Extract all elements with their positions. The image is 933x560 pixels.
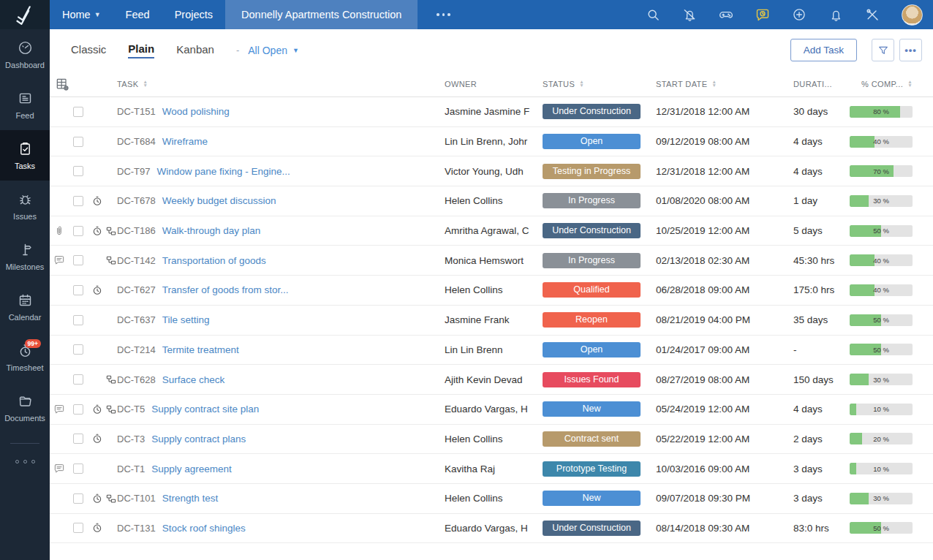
task-title-link[interactable]: Tile setting xyxy=(162,314,210,325)
status-badge[interactable]: Issues Found xyxy=(543,372,641,387)
row-checkbox[interactable] xyxy=(73,137,83,147)
status-badge[interactable]: Under Construction xyxy=(543,223,641,238)
row-checkbox[interactable] xyxy=(73,196,83,206)
status-badge[interactable]: Prototype Testing xyxy=(543,461,641,477)
task-title-link[interactable]: Supply contract site plan xyxy=(151,404,259,415)
bell-icon[interactable] xyxy=(828,7,843,22)
comment-icon[interactable] xyxy=(53,463,65,474)
row-checkbox[interactable] xyxy=(73,166,83,176)
table-row[interactable]: DC-T637Tile setting Jasmine Frank Reopen… xyxy=(50,306,933,336)
column-header-percent-complete[interactable]: % COMP...▲▼ xyxy=(850,80,933,88)
more-projects-icon[interactable] xyxy=(418,0,469,29)
column-header-start-date[interactable]: START DATE▲▼ xyxy=(656,80,793,88)
setup-tools-icon[interactable] xyxy=(865,7,880,22)
task-title-link[interactable]: Transfer of goods from stor... xyxy=(162,284,289,295)
task-title-link[interactable]: Window pane fixing - Engine... xyxy=(157,166,290,177)
sidebar-more-icon[interactable] xyxy=(0,460,50,463)
table-row[interactable]: DC-T3Supply contract plans Helen Collins… xyxy=(50,425,933,455)
open-filter-dropdown[interactable]: All Open▼ xyxy=(248,45,299,56)
sidebar-item-dashboard[interactable]: Dashboard xyxy=(0,29,50,80)
status-badge[interactable]: Under Construction xyxy=(543,104,641,119)
row-checkbox[interactable] xyxy=(73,493,83,504)
tab-classic[interactable]: Classic xyxy=(71,43,106,58)
timer-chat-icon[interactable] xyxy=(755,7,770,22)
status-badge[interactable]: Qualified xyxy=(543,282,641,298)
column-header-task[interactable]: TASK▲▼ xyxy=(117,80,445,88)
status-badge[interactable]: Testing in Progress xyxy=(543,164,641,179)
more-options-button[interactable]: ••• xyxy=(899,39,922,61)
nav-projects[interactable]: Projects xyxy=(162,0,225,29)
row-checkbox[interactable] xyxy=(73,226,83,236)
status-badge[interactable]: New xyxy=(543,491,641,506)
status-badge[interactable]: Reopen xyxy=(543,312,641,328)
sidebar-item-timesheet[interactable]: 99+ Timesheet xyxy=(0,332,50,382)
tab-kanban[interactable]: Kanban xyxy=(176,43,214,58)
task-title-link[interactable]: Surface check xyxy=(162,374,225,385)
subtask-icon[interactable] xyxy=(105,224,117,237)
sidebar-item-documents[interactable]: Documents xyxy=(0,382,50,433)
row-checkbox[interactable] xyxy=(73,404,83,415)
table-row[interactable]: DC-T684Wireframe Lin Lin Brenn, Johr Ope… xyxy=(50,127,933,157)
row-checkbox[interactable] xyxy=(73,285,83,295)
row-checkbox[interactable] xyxy=(73,434,83,444)
row-checkbox[interactable] xyxy=(73,374,83,385)
column-header-duration[interactable]: DURATI... xyxy=(793,80,850,88)
status-badge[interactable]: Contract sent xyxy=(543,431,641,447)
table-row[interactable]: DC-T628Surface check Ajith Kevin Devad I… xyxy=(50,365,933,395)
row-checkbox[interactable] xyxy=(73,344,83,355)
sidebar-item-calendar[interactable]: Calendar xyxy=(0,281,50,332)
task-title-link[interactable]: Weekly budget discussion xyxy=(162,195,276,206)
add-task-button[interactable]: Add Task xyxy=(790,39,857,61)
task-title-link[interactable]: Termite treatment xyxy=(162,344,239,355)
table-row[interactable]: DC-T1Supply agreement Kavitha Raj Protot… xyxy=(50,454,933,484)
subtask-icon[interactable] xyxy=(105,254,117,267)
subtask-icon[interactable] xyxy=(105,403,117,415)
table-row[interactable]: DC-T627Transfer of goods from stor... He… xyxy=(50,276,933,306)
column-settings-icon[interactable] xyxy=(55,77,69,91)
status-badge[interactable]: Open xyxy=(543,134,641,149)
table-row[interactable]: DC-T214Termite treatment Lin Lin Brenn O… xyxy=(50,336,933,366)
task-title-link[interactable]: Transportation of goods xyxy=(162,255,266,266)
task-title-link[interactable]: Wireframe xyxy=(162,136,208,147)
notifications-off-icon[interactable] xyxy=(682,7,697,22)
task-title-link[interactable]: Supply agreement xyxy=(151,463,232,474)
filter-button[interactable] xyxy=(872,39,894,61)
task-title-link[interactable]: Wood polishing xyxy=(162,106,230,117)
nav-feed[interactable]: Feed xyxy=(113,0,162,29)
comment-icon[interactable] xyxy=(53,254,65,266)
status-badge[interactable]: Open xyxy=(543,342,641,357)
sidebar-item-milestones[interactable]: Milestones xyxy=(0,231,50,281)
table-row[interactable]: DC-T101Strength test Helen Collins New 0… xyxy=(50,484,933,514)
user-avatar[interactable] xyxy=(902,4,923,26)
comment-icon[interactable] xyxy=(53,404,65,415)
sidebar-item-issues[interactable]: Issues xyxy=(0,181,50,231)
status-badge[interactable]: In Progress xyxy=(543,253,641,268)
tab-plain[interactable]: Plain xyxy=(128,42,154,58)
row-checkbox[interactable] xyxy=(73,315,83,325)
sidebar-item-tasks[interactable]: Tasks xyxy=(0,130,50,181)
table-row[interactable]: DC-T131Stock roof shingles Eduardo Varga… xyxy=(50,514,933,544)
subtask-icon[interactable] xyxy=(105,492,117,504)
task-title-link[interactable]: Stock roof shingles xyxy=(162,523,246,534)
table-row[interactable]: DC-T678Weekly budget discussion Helen Co… xyxy=(50,186,933,216)
column-header-status[interactable]: STATUS▲▼ xyxy=(543,80,656,88)
status-badge[interactable]: In Progress xyxy=(543,193,641,208)
app-logo[interactable] xyxy=(0,0,50,29)
active-project-tab[interactable]: Donnelly Apartments Construction xyxy=(225,0,418,29)
row-checkbox[interactable] xyxy=(73,523,83,533)
row-checkbox[interactable] xyxy=(73,463,83,474)
attachment-icon[interactable] xyxy=(53,225,65,237)
column-header-owner[interactable]: OWNER xyxy=(445,80,543,88)
subtask-icon[interactable] xyxy=(105,374,117,386)
nav-home[interactable]: Home▼ xyxy=(50,0,113,29)
row-checkbox[interactable] xyxy=(73,255,83,265)
task-title-link[interactable]: Supply contract plans xyxy=(151,434,246,444)
table-row[interactable]: DC-T151Wood polishing Jasmine Jasmine F … xyxy=(50,97,933,127)
task-title-link[interactable]: Strength test xyxy=(162,493,219,504)
table-row[interactable]: DC-T97Window pane fixing - Engine... Vic… xyxy=(50,156,933,186)
search-icon[interactable] xyxy=(646,7,660,22)
status-badge[interactable]: New xyxy=(543,401,641,417)
add-icon[interactable] xyxy=(792,7,807,22)
sidebar-item-feed[interactable]: Feed xyxy=(0,80,50,130)
task-title-link[interactable]: Walk-through day plan xyxy=(162,225,261,236)
